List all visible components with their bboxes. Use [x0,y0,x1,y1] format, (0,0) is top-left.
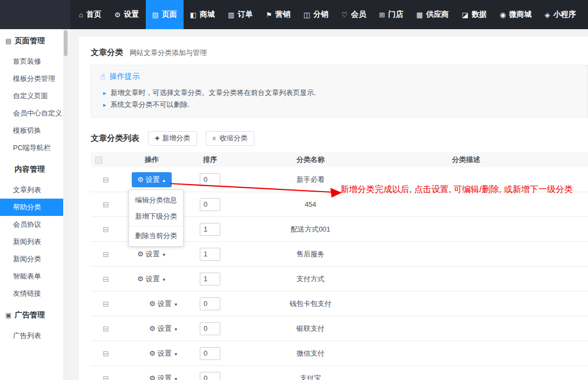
sidebar-item[interactable]: 模板分类管理 [0,70,63,87]
sort-input[interactable] [200,297,220,310]
sort-input[interactable] [200,322,220,335]
sidebar-item[interactable]: 首页装修 [0,53,63,70]
sidebar-group-label: 广告管理 [15,310,45,320]
sidebar-item[interactable]: 文章列表 [0,181,63,199]
nav-item-icon: ▥ [228,11,234,19]
sidebar-item[interactable]: 会员中心自定义 [0,105,63,122]
dropdown-item[interactable]: 编辑分类信息 [129,192,183,208]
top-nav-item[interactable]: ⚑ 营销 [259,0,297,29]
sort-input[interactable] [200,372,220,380]
tip-item: ▸ 系统文章分类不可以删除. [100,99,579,111]
settings-button[interactable]: ⚙ 设置 [144,346,184,361]
expand-icon[interactable]: ⊟ [103,275,109,283]
top-nav-item[interactable]: ⌂ 首页 [72,0,108,29]
row-actions-cell: ⚙ 设置 [117,247,187,262]
table-row: ⊟ ⚙ 设置 [91,341,588,366]
sort-input[interactable] [200,223,220,236]
top-nav-item[interactable]: ⚙ 设置 [108,0,146,29]
content-card: 文章分类 网站文章分类添加与管理 ☝ 操作提示 ▸ 新增文章时，可选择文章分类。… [79,37,588,380]
plus-icon: + [155,134,159,142]
nav-item-icon: ⚑ [266,11,272,19]
settings-button[interactable]: ⚙ 设置 [132,272,172,287]
top-nav-item[interactable]: ⊞ 门店 [373,0,410,29]
sidebar-group-title[interactable]: ▤ 页面管理 [0,33,63,49]
sidebar-group-label: 内容管理 [15,165,45,174]
top-nav-item[interactable]: ◈ 小程序 [538,0,583,29]
bullet-arrow-icon: ▸ [103,90,106,97]
category-name: 454 [233,200,388,208]
expand-icon[interactable]: ⊟ [103,200,109,209]
sort-input[interactable] [200,248,220,261]
sidebar-group-icon: ▤ [5,37,15,45]
top-nav-item[interactable]: ▤ 页面 [146,0,184,29]
header-checkbox-cell [91,155,117,164]
category-name: 配送方式001 [233,225,388,234]
annotation-text: 新增分类完成以后, 点击设置, 可编辑/删除, 或新增下一级分类 [340,182,587,196]
settings-button[interactable]: ⚙ 设置 [144,321,184,336]
sort-input[interactable] [200,173,220,186]
caret-icon [162,275,166,283]
dropdown-item[interactable]: 新增下级分类 [129,208,183,225]
sidebar-item[interactable]: 友情链接 [0,285,63,302]
top-nav-item[interactable]: ◫ 分销 [297,0,335,29]
top-nav-item[interactable]: ◧ 商城 [184,0,221,29]
row-expand-cell: ⊟ [91,175,117,184]
nav-item-label: 供应商 [426,10,449,19]
expand-icon[interactable]: ⊟ [103,250,109,259]
sidebar-group-title[interactable]: ▣ 广告管理 [0,308,63,323]
column-actions: 操作 [117,155,187,165]
nav-item-label: 设置 [124,10,139,19]
row-actions-cell: ⚙ 设置 [117,272,187,287]
sidebar-group-title[interactable]: 内容管理 [0,162,63,177]
top-nav-item[interactable]: ▦ 供应商 [410,0,455,29]
column-sort: 排序 [187,155,233,165]
nav-item-label: 微商城 [509,10,532,19]
sidebar-item[interactable]: 模板切换 [0,122,63,139]
expand-icon[interactable]: ⊟ [103,374,109,380]
row-expand-cell: ⊟ [91,225,117,234]
sidebar-item[interactable]: 智能表单 [0,268,63,285]
top-nav-item[interactable]: ▥ 订单 [221,0,259,29]
expand-icon[interactable]: ⊟ [103,324,109,333]
admin-screen: ⌂ 首页 ⚙ 设置 ▤ 页面 ◧ 商城 ▥ 订单 ⚑ 营销 [0,0,588,380]
settings-button[interactable]: ⚙ 设置 [132,247,172,262]
sort-input[interactable] [200,273,220,286]
top-nav-item[interactable]: ◉ 微商城 [494,0,538,29]
tip-text: 新增文章时，可选择文章分类。文章分类将在前台文章列表页显示. [111,88,316,98]
sidebar-item[interactable]: 帮助分类 [0,199,63,216]
settings-label: 设置 [158,374,172,380]
gear-icon: ⚙ [149,350,156,357]
sidebar-item[interactable]: 会员协议 [0,216,63,233]
caret-icon [174,300,178,308]
sidebar-item[interactable]: 自定义页面 [0,87,63,105]
settings-button[interactable]: ⚙ 设置 [144,296,184,311]
expand-icon[interactable]: ⊟ [103,175,109,184]
sidebar-item[interactable]: PC端导航栏 [0,139,63,157]
expand-icon[interactable]: ⊟ [103,225,109,234]
table-row: ⊟ ⚙ 设置 [91,267,588,291]
add-category-button[interactable]: + 新增分类 [148,131,197,146]
nav-logo-area [0,0,70,29]
dropdown-item[interactable]: 删除当前分类 [129,226,183,244]
settings-button[interactable]: ⚙ 设置 [144,371,184,380]
sort-input[interactable] [200,198,220,211]
select-all-checkbox[interactable] [95,157,103,164]
top-nav-item[interactable]: ♡ 会员 [335,0,373,29]
sidebar-item[interactable]: 新闻列表 [0,233,63,250]
expand-icon[interactable]: ⊟ [103,349,109,358]
row-sort-cell [187,173,233,186]
page-subtitle: 网站文章分类添加与管理 [130,48,207,58]
nav-item-icon: ⊞ [379,11,385,19]
sidebar-item[interactable]: 广告列表 [0,327,63,344]
sidebar-item[interactable]: 新闻分类 [0,250,63,268]
main-content: 文章分类 网站文章分类添加与管理 ☝ 操作提示 ▸ 新增文章时，可选择文章分类。… [68,29,588,380]
sort-input[interactable] [200,347,220,360]
table-row: ⊟ ⚙ 设置 [91,316,588,341]
sidebar-scrollbar-thumb[interactable] [64,30,67,56]
settings-label: 设置 [146,249,160,259]
top-nav-item[interactable]: ◪ 数据 [455,0,493,29]
collapse-categories-button[interactable]: « 收缩分类 [206,131,254,146]
settings-button[interactable]: ⚙ 设置 [132,172,172,187]
expand-icon[interactable]: ⊟ [103,300,109,308]
sidebar-scrollbar[interactable] [63,29,68,380]
